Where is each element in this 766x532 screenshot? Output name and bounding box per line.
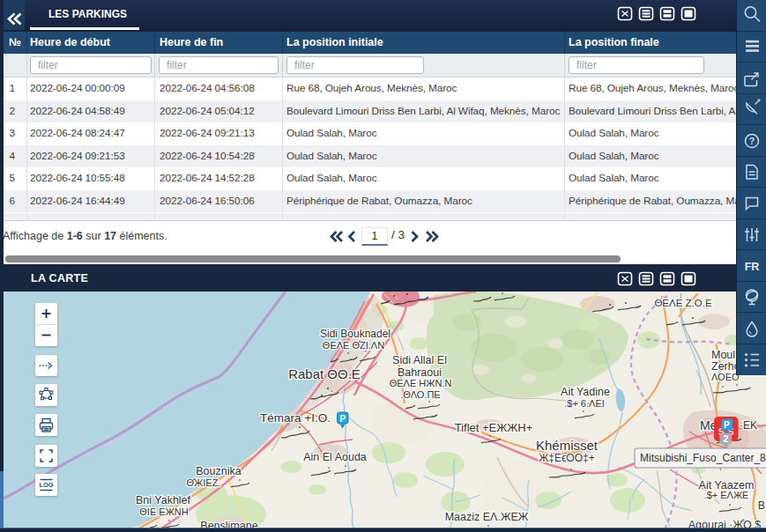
svg-text:Khémisset: Khémisset	[536, 438, 599, 453]
svg-text:LOG: LOG	[39, 481, 53, 489]
svg-text:.$+ ΕΛЖΕ: .$+ ΕΛЖΕ	[704, 490, 749, 500]
svg-text:Sidi Bouknadel: Sidi Bouknadel	[320, 328, 390, 340]
svg-text:.$+ 6.ΛΕΙ: .$+ 6.ΛΕΙ	[564, 398, 605, 409]
svg-text:B: B	[758, 499, 765, 512]
svg-text:Θ̊ЖΙΕΖ.: Θ̊ЖΙΕΖ.	[187, 477, 221, 488]
svg-text:·ΕΚ: ·ΕΚ	[740, 419, 757, 432]
svg-text:?: ?	[749, 136, 755, 146]
svg-text:2: 2	[723, 433, 728, 444]
svg-text:ΘΕΛΕ Θ̊ΖΙ.ΛΝ: ΘΕΛΕ Θ̊ΖΙ.ΛΝ	[323, 340, 384, 351]
svg-text:Ait Yadine: Ait Yadine	[561, 386, 610, 398]
svg-text:Tiflet +ΕЖЖΗ+: Tiflet +ΕЖЖΗ+	[455, 421, 533, 434]
svg-text:Moul: Moul	[711, 349, 735, 361]
svg-text:ΘΙΕ ΕЖΝΗ: ΘΙΕ ΕЖΝΗ	[139, 506, 188, 517]
svg-text:.ΘΛΟ.ΠΕ: .ΘΛΟ.ΠΕ	[400, 389, 440, 400]
svg-text:FR: FR	[745, 261, 760, 273]
svg-text:Témara +Ι.Ο.: Témara +Ι.Ο.	[260, 411, 331, 425]
svg-text:Agourai ·Ж̊Ο.$: Agourai ·Ж̊Ο.$	[688, 519, 761, 528]
svg-text:Bouznika: Bouznika	[196, 465, 241, 477]
svg-text:P: P	[339, 414, 346, 424]
svg-text:Maaziz ΕΛ.ЖΕЖ: Maaziz ΕΛ.ЖΕЖ	[445, 511, 529, 523]
svg-text:Sidi Allal El: Sidi Allal El	[392, 354, 447, 366]
svg-text:P: P	[724, 420, 730, 430]
svg-text:Ж‡ΕϵΟΟ‡+: Ж‡ΕϵΟΟ‡+	[539, 452, 594, 464]
svg-text:Mitsubishi_Fuso_Canter_84: Mitsubishi_Fuso_Canter_84	[640, 452, 766, 464]
svg-text:Ain El Aouda: Ain El Aouda	[303, 451, 367, 463]
svg-text:Bni Yakhlef: Bni Yakhlef	[136, 494, 191, 506]
svg-text:Benslimane: Benslimane	[200, 520, 257, 528]
svg-text:ΘΕΛΕ Ζ.Ο.Ε: ΘΕΛΕ Ζ.Ο.Ε	[654, 298, 712, 308]
svg-text:Bahraoui: Bahraoui	[398, 366, 442, 379]
svg-text:Rabat ΘΘ.Ε: Rabat ΘΘ.Ε	[288, 366, 361, 381]
svg-text:ΘΕΛΕ ΗЖΝ.Ν: ΘΕΛΕ ΗЖΝ.Ν	[390, 378, 452, 388]
